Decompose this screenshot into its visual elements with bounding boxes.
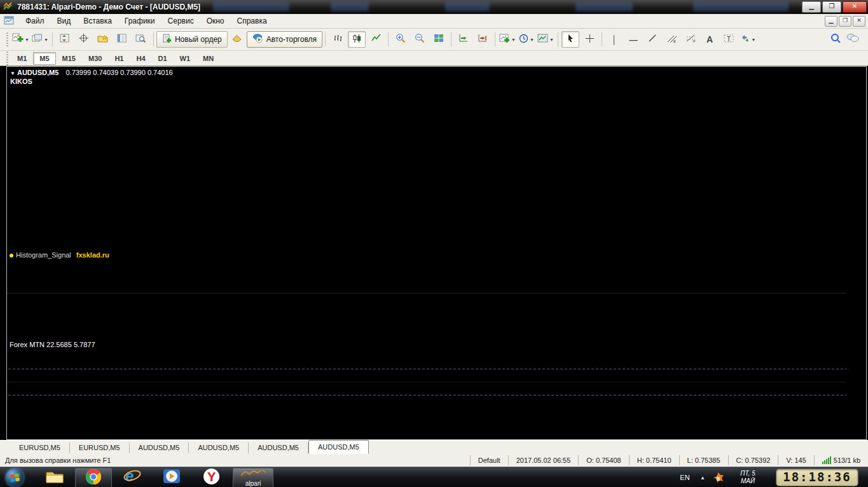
menu-item-0[interactable]: Файл [19, 15, 51, 27]
navigator-button[interactable] [94, 31, 112, 48]
autotrading-button[interactable]: Авто-торговля [247, 31, 322, 48]
chat-icon[interactable] [846, 33, 859, 46]
menu-item-1[interactable]: Вид [51, 15, 78, 27]
minimize-button[interactable]: ▁ [802, 1, 821, 13]
mdi-minimize-button[interactable]: ▁ [825, 16, 837, 27]
background-window-glow [445, 2, 490, 11]
fibonacci-tool-button[interactable]: F [682, 31, 699, 48]
bar-chart-button[interactable] [329, 31, 347, 48]
arrows-tool-button[interactable]: ▼ [739, 31, 757, 48]
tray-clock[interactable]: 18:18:36 [775, 468, 859, 487]
zoom-out-button[interactable] [411, 31, 429, 48]
arrows-icon [740, 34, 750, 45]
status-traffic: 513/1 kb [814, 455, 868, 465]
tab-3[interactable]: AUDUSD,M5 [189, 442, 249, 453]
vertical-line-tool-button[interactable]: │ [605, 31, 623, 48]
expert-hat-icon [231, 34, 242, 45]
tab-0[interactable]: EURUSD,M5 [10, 442, 70, 453]
period-m1[interactable]: M1 [11, 52, 33, 65]
text-label-icon: T [724, 34, 734, 46]
symbol-dropdown-icon[interactable]: ▼ [10, 71, 15, 76]
tray-date-day: ПТ, 5 [731, 470, 765, 477]
new-order-button[interactable]: Новый ордер [156, 31, 228, 48]
taskbar-ie-button[interactable]: e [118, 468, 146, 487]
taskbar-wmp-button[interactable] [158, 468, 186, 487]
search-icon[interactable] [830, 33, 841, 46]
period-d1[interactable]: D1 [152, 52, 174, 65]
expert-advisor-button[interactable] [228, 31, 246, 48]
text-tool-button[interactable]: A [701, 31, 719, 48]
terminal-button[interactable] [113, 31, 131, 48]
period-m15[interactable]: M15 [56, 52, 82, 65]
period-m5[interactable]: M5 [33, 52, 55, 65]
periods-button[interactable]: ▼ [518, 31, 535, 48]
tray-date[interactable]: ПТ, 5 МАЙ [731, 468, 765, 487]
market-watch-button[interactable] [56, 31, 74, 48]
text-label-tool-button[interactable]: T [720, 31, 738, 48]
period-h1[interactable]: H1 [108, 52, 130, 65]
tray-language-indicator[interactable]: EN [677, 468, 692, 487]
background-window-glow [213, 2, 289, 11]
tile-windows-button[interactable] [430, 31, 448, 48]
lcd-clock: 18:18:36 [776, 469, 858, 486]
line-chart-button[interactable] [367, 31, 385, 48]
status-low-value: L: 0.75385 [687, 455, 720, 465]
media-player-icon [163, 468, 181, 487]
channel-tool-button[interactable]: E [663, 31, 680, 48]
crosshair-tool-button[interactable] [581, 31, 598, 48]
templates-button[interactable]: ▼ [537, 31, 555, 48]
window-title: 7881431: Alpari-Demo - Демо Счет - [AUDU… [17, 3, 200, 11]
menu-bar: ФайлВидВставкаГрафикиСервисОкноСправка [0, 14, 868, 29]
cursor-tool-button[interactable] [561, 31, 579, 48]
taskbar-explorer-button[interactable] [42, 468, 67, 487]
menu-item-4[interactable]: Сервис [162, 15, 200, 27]
menu-item-5[interactable]: Окно [200, 15, 231, 27]
period-w1[interactable]: W1 [174, 52, 197, 65]
terminal-icon [117, 34, 127, 45]
horizontal-line-tool-button[interactable]: — [624, 31, 642, 48]
period-m30[interactable]: M30 [82, 52, 108, 65]
chart-tabs-bar: EURUSD,M5EURUSD,M5AUDUSD,M5AUDUSD,M5AUDU… [0, 440, 868, 454]
tray-avast-icon[interactable]: a [710, 468, 726, 487]
tab-2[interactable]: AUDUSD,M5 [130, 442, 189, 453]
data-window-button[interactable] [75, 31, 93, 48]
chart-window[interactable] [6, 66, 867, 440]
toolbar-grip[interactable] [6, 32, 8, 46]
candlestick-chart-icon [352, 34, 362, 46]
profiles-icon [32, 34, 43, 45]
status-high-value: H: 0.75410 [637, 455, 672, 465]
tab-1[interactable]: EURUSD,M5 [70, 442, 130, 453]
taskbar-alpari-button[interactable]: alpari [233, 468, 273, 487]
candlestick-chart-button[interactable] [348, 31, 366, 48]
autotrading-label: Авто-торговля [266, 35, 317, 44]
status-low: L: 0.75385 [679, 455, 728, 465]
taskbar-chrome-button[interactable] [75, 468, 112, 487]
period-h4[interactable]: H4 [130, 52, 151, 65]
tray-hidden-icons-arrow[interactable]: ▲ [698, 468, 708, 487]
restore-button[interactable]: ❐ [822, 1, 841, 13]
period-toolbar-grip[interactable] [6, 51, 8, 65]
histogram-title: Histogram_Signal [16, 251, 71, 259]
menu-item-6[interactable]: Справка [231, 15, 273, 27]
close-button[interactable]: ✕ [843, 1, 867, 13]
start-button[interactable] [5, 468, 24, 487]
tab-4[interactable]: AUDUSD,M5 [249, 442, 308, 453]
strategy-tester-button[interactable] [132, 31, 150, 48]
menu-item-2[interactable]: Вставка [77, 15, 118, 27]
auto-scroll-button[interactable] [455, 31, 472, 48]
mdi-close-button[interactable]: ✕ [853, 16, 865, 27]
mdi-restore-button[interactable]: ❐ [839, 16, 851, 27]
profiles-button[interactable]: ▼ [31, 31, 49, 48]
status-profile[interactable]: Default [470, 455, 508, 465]
tab-5[interactable]: AUDUSD,M5 [308, 440, 369, 454]
taskbar-yandex-button[interactable]: Y [197, 468, 225, 487]
chart-shift-button[interactable] [474, 31, 492, 48]
tray-date-month: МАЙ [731, 477, 765, 485]
trendline-tool-button[interactable] [644, 31, 661, 48]
new-chart-button[interactable]: ▼ [11, 31, 30, 48]
tile-windows-icon [434, 34, 444, 45]
zoom-in-button[interactable] [392, 31, 410, 48]
menu-item-3[interactable]: Графики [118, 15, 162, 27]
indicators-button[interactable]: ▼ [499, 31, 516, 48]
period-mn[interactable]: MN [196, 52, 220, 65]
